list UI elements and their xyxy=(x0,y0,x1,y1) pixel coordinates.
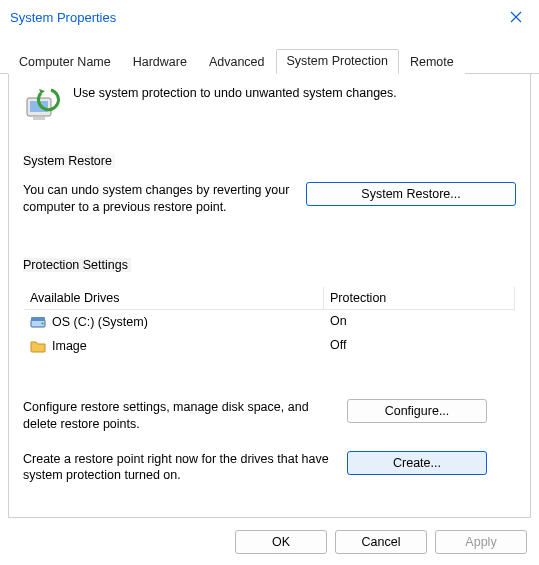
title-bar: System Properties xyxy=(0,0,539,34)
column-available-drives[interactable]: Available Drives xyxy=(24,287,324,309)
folder-icon xyxy=(30,338,46,354)
cancel-button[interactable]: Cancel xyxy=(335,530,427,554)
apply-button[interactable]: Apply xyxy=(435,530,527,554)
drives-header: Available Drives Protection xyxy=(24,287,515,310)
disk-icon xyxy=(30,314,46,330)
create-restore-point-description: Create a restore point right now for the… xyxy=(23,451,333,485)
close-icon xyxy=(510,11,522,23)
tab-strip: Computer Name Hardware Advanced System P… xyxy=(0,34,539,74)
drive-name: OS (C:) (System) xyxy=(52,315,148,329)
panel-header-text: Use system protection to undo unwanted s… xyxy=(73,84,397,100)
tab-advanced[interactable]: Advanced xyxy=(198,50,276,74)
system-restore-button[interactable]: System Restore... xyxy=(306,182,516,206)
column-protection[interactable]: Protection xyxy=(324,287,515,309)
svg-point-5 xyxy=(42,322,44,324)
dialog-footer: OK Cancel Apply xyxy=(0,522,539,554)
tab-computer-name[interactable]: Computer Name xyxy=(8,50,122,74)
drive-protection-status: On xyxy=(324,310,515,334)
system-restore-heading: System Restore xyxy=(23,154,115,168)
ok-button[interactable]: OK xyxy=(235,530,327,554)
panel-header: Use system protection to undo unwanted s… xyxy=(23,84,516,124)
drive-protection-status: Off xyxy=(324,334,515,358)
configure-description: Configure restore settings, manage disk … xyxy=(23,399,333,433)
svg-rect-4 xyxy=(31,317,45,321)
system-protection-icon xyxy=(23,84,63,124)
drives-list[interactable]: Available Drives Protection OS (C:) (Sys… xyxy=(23,286,516,381)
drive-name: Image xyxy=(52,339,87,353)
tab-hardware[interactable]: Hardware xyxy=(122,50,198,74)
create-button[interactable]: Create... xyxy=(347,451,487,475)
tab-system-protection[interactable]: System Protection xyxy=(276,49,399,74)
protection-settings-heading: Protection Settings xyxy=(23,258,131,272)
system-restore-description: You can undo system changes by reverting… xyxy=(23,182,292,216)
svg-rect-2 xyxy=(33,117,45,120)
window-title: System Properties xyxy=(10,10,116,25)
configure-button[interactable]: Configure... xyxy=(347,399,487,423)
tab-remote[interactable]: Remote xyxy=(399,50,465,74)
close-button[interactable] xyxy=(493,0,539,34)
system-protection-panel: Use system protection to undo unwanted s… xyxy=(8,74,531,518)
drive-row[interactable]: OS (C:) (System) On xyxy=(24,310,515,334)
drive-row[interactable]: Image Off xyxy=(24,334,515,358)
